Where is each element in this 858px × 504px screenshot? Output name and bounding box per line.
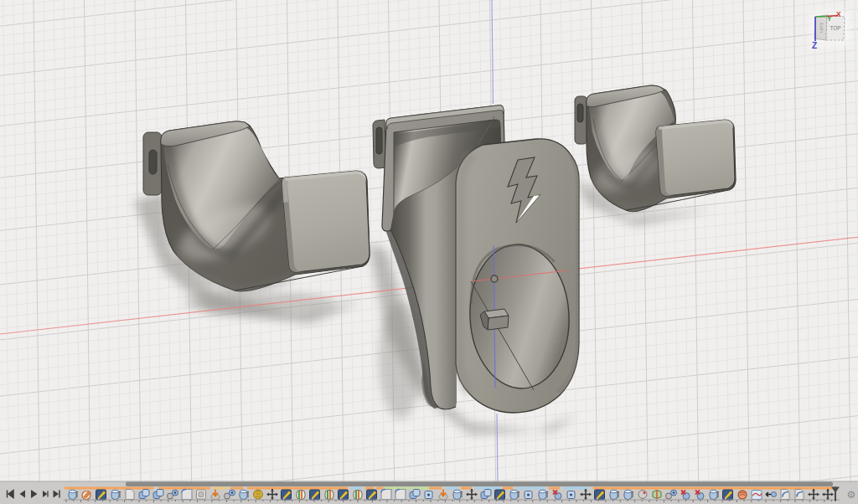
svg-text:X: X (836, 10, 841, 18)
svg-text:TOP: TOP (830, 25, 840, 31)
svg-text:⚙: ⚙ (847, 489, 856, 501)
svg-text:Z: Z (812, 41, 817, 50)
